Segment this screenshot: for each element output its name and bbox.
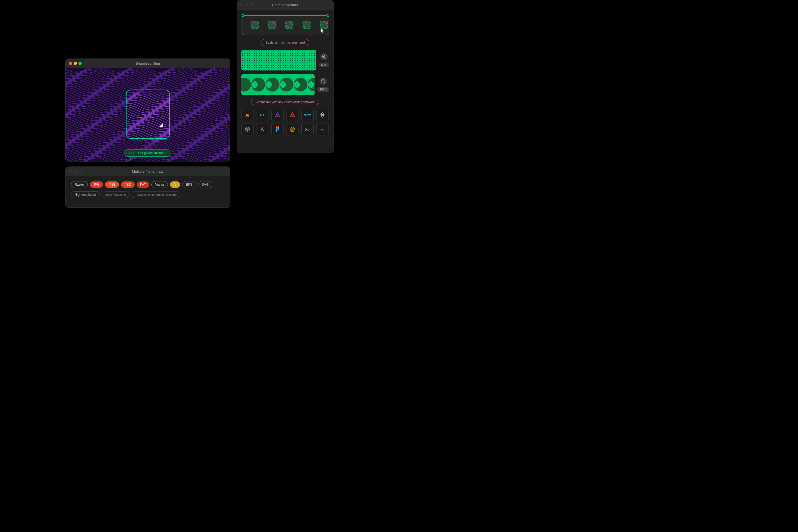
cursor-icon: ◢ <box>159 121 164 127</box>
pen-software-icon <box>256 123 268 135</box>
svg-rect-42 <box>276 128 278 130</box>
ai-badge: AI <box>170 182 180 188</box>
zoom-controls-50: 50% <box>319 53 329 67</box>
jpg-badge: JPG <box>90 182 103 188</box>
close-button[interactable] <box>69 62 72 65</box>
svg-point-13 <box>284 19 294 30</box>
svg-marker-18 <box>321 28 324 33</box>
zoom-preview-50 <box>241 50 317 71</box>
svg-rect-43 <box>276 130 278 132</box>
vectors-title: Editable vectors <box>272 3 298 7</box>
minimize-button[interactable] <box>74 62 77 65</box>
svg-rect-0 <box>242 15 244 17</box>
pen2-software-icon <box>316 123 328 135</box>
hires-badge: High resolution <box>71 191 100 198</box>
formats-title: Multiple file formats <box>132 169 163 173</box>
svg-rect-2 <box>327 15 329 17</box>
size-badge: 5000 × 5000 px <box>102 191 130 198</box>
seamless-content: ◢ PDF User guides included <box>66 68 230 162</box>
inkscape-software-icon <box>241 123 253 135</box>
zoom-preview-200 <box>241 74 315 95</box>
png-badge: PNG <box>105 182 119 188</box>
maximize-button[interactable] <box>78 62 82 65</box>
format-row-2: High resolution 5000 × 5000 px + Swatche… <box>71 191 225 198</box>
left-panel: Seamless tiling ◢ PDF User guides includ… <box>65 58 230 208</box>
svg-badge: SVG <box>198 181 212 188</box>
formats-content: Raster JPG PNG PSD PAT Vector AI EPS SVG… <box>66 176 230 203</box>
compat-badge: Compatible with any vector editing softw… <box>251 99 319 105</box>
software-grid: Ai Ps canva <box>241 109 329 135</box>
zoom-50-label: 50% <box>319 62 329 67</box>
svg-point-17 <box>318 19 329 30</box>
win-dot-1 <box>69 170 72 173</box>
vectors-win-dot-1 <box>240 3 243 6</box>
svg-rect-1 <box>242 33 244 35</box>
zoom-200-label: 200% <box>317 87 329 92</box>
svg-point-11 <box>267 19 277 30</box>
svg-line-21 <box>325 58 326 58</box>
vectors-titlebar: Editable vectors <box>237 0 334 10</box>
affinity-software-icon <box>271 109 284 121</box>
svg-point-9 <box>249 19 260 30</box>
raster-badge: Raster <box>71 181 88 188</box>
vectors-content: Scale as much as you need 50% <box>237 10 334 153</box>
zoom-row-50: 50% <box>241 50 329 71</box>
ps-software-icon: Ps <box>256 109 268 121</box>
eps-badge: EPS <box>182 181 196 188</box>
afphoto-software-icon <box>286 109 299 121</box>
xd-software-icon: Xd <box>301 123 314 135</box>
vectors-win-dot-2 <box>245 3 248 6</box>
svg-rect-41 <box>278 126 279 128</box>
center-tile <box>126 89 170 138</box>
formats-window: Multiple file formats Raster JPG PNG PSD… <box>65 167 230 208</box>
formats-titlebar: Multiple file formats <box>66 167 230 176</box>
win-dots <box>69 170 81 173</box>
window-controls <box>69 62 82 65</box>
swatches-badge: + Swatches for Adobe Illustrator <box>132 191 180 198</box>
psd-badge: PSD <box>121 182 135 188</box>
svg-point-15 <box>301 19 312 30</box>
svg-marker-46 <box>291 128 294 131</box>
svg-rect-40 <box>276 126 278 128</box>
scale-badge: Scale as much as you need <box>261 39 309 46</box>
flower-svg <box>241 14 329 35</box>
zoom-out-button[interactable] <box>320 53 328 60</box>
vectors-win-dots <box>240 3 253 6</box>
sketch-software-icon <box>286 123 299 135</box>
zoom-controls-200: 200% <box>317 77 329 92</box>
figma-software-icon <box>271 123 284 135</box>
vectors-win-dot-3 <box>250 3 253 6</box>
seamless-title: Seamless tiling <box>136 61 160 65</box>
zoom-row-200: 200% <box>241 74 329 95</box>
vector-badge: Vector <box>151 181 168 188</box>
win-dot-2 <box>74 170 77 173</box>
pat-badge: PAT <box>137 182 150 188</box>
pdf-badge: PDF User guides included <box>124 149 171 157</box>
seamless-titlebar: Seamless tiling <box>66 59 230 68</box>
format-row-1: Raster JPG PNG PSD PAT Vector AI EPS SVG <box>71 181 225 188</box>
vectors-window: Editable vectors <box>237 0 334 153</box>
desktop: Seamless tiling ◢ PDF User guides includ… <box>0 0 399 266</box>
svg-point-39 <box>247 129 248 130</box>
flower-preview <box>241 14 329 35</box>
seamless-tiling-window: Seamless tiling ◢ PDF User guides includ… <box>65 58 230 162</box>
svg-point-44 <box>278 128 279 130</box>
scratch-software-icon <box>316 109 328 121</box>
canva-software-icon: canva <box>301 109 314 121</box>
ai-software-icon: Ai <box>241 109 253 121</box>
svg-line-32 <box>324 82 325 83</box>
zoom-in-button[interactable] <box>320 77 327 85</box>
win-dot-3 <box>78 170 81 173</box>
svg-rect-3 <box>327 33 329 35</box>
